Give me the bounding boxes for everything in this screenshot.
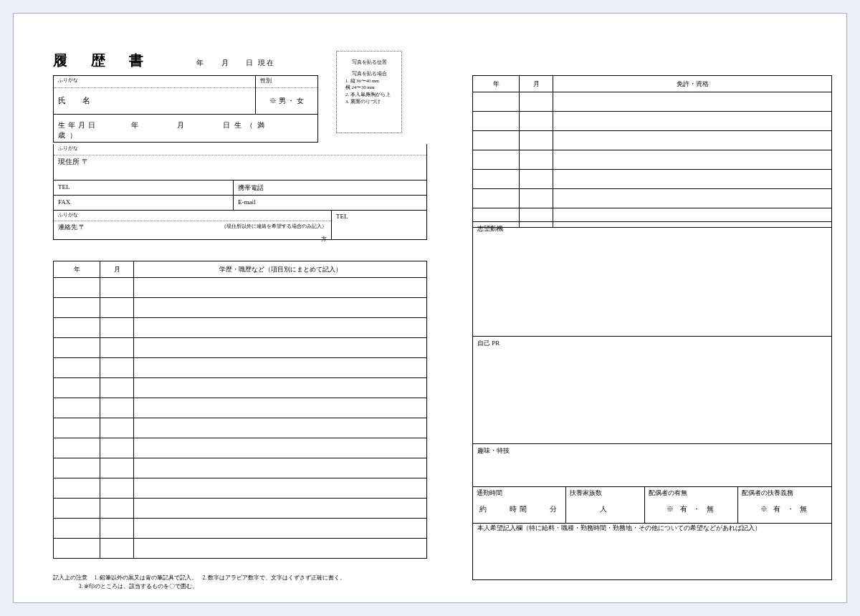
photo-text-6: 3. 裏面のりづけ — [337, 98, 401, 105]
history-row — [54, 538, 426, 558]
license-row — [473, 130, 831, 150]
sex-label: 性別 — [256, 76, 317, 88]
photo-text-2: 写真を貼る場合 — [337, 70, 401, 77]
spouse-dep-label: 配偶者の扶養義務 — [738, 487, 831, 500]
commute-label: 通勤時間 — [473, 487, 565, 500]
photo-text-4: 横 24〜30 mm — [337, 84, 401, 91]
sex-value: ※ 男 ・ 女 — [256, 88, 317, 114]
spouse-dep-value: ※ 有 ・ 無 — [738, 500, 831, 514]
history-row — [54, 458, 426, 478]
tel-label: TEL — [54, 181, 234, 195]
notes-3: 3. ※印のところは、該当するものを〇で囲む。 — [79, 583, 199, 589]
name-label: 氏 名 — [54, 88, 255, 114]
motive-box: 志望動機 — [472, 221, 832, 337]
document-title: 履 歴 書 — [53, 51, 153, 70]
motive-label: 志望動機 — [473, 222, 831, 236]
history-row — [54, 317, 426, 337]
hobby-label: 趣味・特技 — [473, 444, 831, 458]
contact-label: 連絡先 〒 — [58, 223, 85, 231]
history-row — [54, 297, 426, 317]
resume-sheet: 履 歴 書 年 月 日 現在 写真を貼る位置 写真を貼る場合 1. 縦 36〜4… — [13, 13, 847, 603]
history-row — [54, 377, 426, 398]
lic-year-header: 年 — [473, 76, 520, 92]
email-label: E-mail — [234, 196, 426, 210]
wish-box: 本人希望記入欄（特に給料・職種・勤務時間・勤務地・その他についての希望などがあれ… — [472, 522, 832, 580]
spouse-value: ※ 有 ・ 無 — [645, 500, 737, 514]
dependents-label: 扶養家族数 — [566, 487, 644, 500]
photo-text-3: 1. 縦 36〜40 mm — [337, 77, 401, 85]
personal-info-block: ふりがな 氏 名 性別 ※ 男 ・ 女 生年月日 年 月 日生（満 歳） — [53, 75, 318, 143]
fill-instructions: 記入上の注意 1. 鉛筆以外の黒又は青の筆記具で記入。 2. 数字はアラビア数字… — [53, 574, 345, 591]
date-month-label: 月 — [221, 59, 230, 67]
dependents-value: 人 — [566, 500, 644, 514]
history-row — [54, 438, 426, 458]
lic-desc-header: 免許・資格 — [553, 76, 831, 92]
dob-label: 生年月日 — [58, 121, 98, 129]
licenses-table: 年 月 免許・資格 — [472, 75, 832, 228]
photo-text-5: 2. 本人単身胸から上 — [337, 91, 401, 98]
dob-row: 生年月日 年 月 日生（満 歳） — [54, 114, 317, 142]
history-row — [54, 518, 426, 538]
address-furigana-label: ふりがな — [54, 144, 426, 155]
contact-tel-label: TEL — [332, 211, 426, 239]
contact-furigana-label: ふりがな — [54, 211, 331, 221]
notes-1: 1. 鉛筆以外の黒又は青の筆記具で記入。 — [94, 574, 197, 581]
notes-2: 2. 数字はアラビア数字で、文字はくずさず正確に書く。 — [202, 574, 345, 581]
license-row — [473, 188, 831, 208]
wish-label: 本人希望記入欄（特に給料・職種・勤務時間・勤務地・その他についての希望などがあれ… — [473, 522, 831, 535]
commute-value: 約 時間 分 — [473, 500, 565, 514]
date-year-label: 年 — [196, 59, 205, 67]
page-right: 年 月 免許・資格 志望動機 自己 PR 趣味・特技 通勤時間 約 時間 分 — [472, 28, 831, 588]
history-year-header: 年 — [54, 261, 100, 277]
address-label: 現住所 〒 — [54, 155, 426, 180]
notes-lead: 記入上の注意 — [53, 574, 87, 581]
hobby-box: 趣味・特技 — [472, 443, 832, 487]
address-block: ふりがな 現住所 〒 TEL 携帯電話 FAX E-mail ふりがな 連絡先 … — [53, 144, 427, 240]
photo-placeholder: 写真を貼る位置 写真を貼る場合 1. 縦 36〜40 mm 横 24〜30 mm… — [336, 51, 402, 133]
selfpr-label: 自己 PR — [473, 337, 831, 350]
as-of-date: 年 月 日 現在 — [196, 58, 275, 68]
lic-month-header: 月 — [520, 76, 553, 92]
license-row — [473, 150, 831, 169]
conditions-row: 通勤時間 約 時間 分 扶養家族数 人 配偶者の有無 ※ 有 ・ 無 配偶者の扶… — [472, 486, 832, 524]
selfpr-box: 自己 PR — [472, 336, 832, 444]
history-row — [54, 418, 426, 438]
license-row — [473, 111, 831, 130]
spouse-label: 配偶者の有無 — [645, 487, 737, 500]
date-day-label: 日 現在 — [246, 59, 275, 67]
history-table: 年 月 学歴・職歴など（項目別にまとめて記入） — [53, 261, 427, 559]
license-row — [473, 169, 831, 188]
history-row — [54, 277, 426, 297]
history-row — [54, 357, 426, 377]
history-desc-header: 学歴・職歴など（項目別にまとめて記入） — [134, 261, 426, 277]
page-left: 履 歴 書 年 月 日 現在 写真を貼る位置 写真を貼る場合 1. 縦 36〜4… — [53, 28, 426, 588]
history-row — [54, 498, 426, 518]
contact-note: （現住所以外に連絡を希望する場合のみ記入） — [221, 223, 327, 230]
photo-text-1: 写真を貼る位置 — [337, 59, 401, 66]
history-row — [54, 478, 426, 498]
name-furigana-label: ふりがな — [54, 76, 255, 88]
fax-label: FAX — [54, 196, 234, 210]
history-row — [54, 337, 426, 357]
history-row — [54, 398, 426, 418]
license-row — [473, 92, 831, 111]
history-month-header: 月 — [100, 261, 134, 277]
mobile-label: 携帯電話 — [234, 181, 426, 195]
contact-kata: 方 — [321, 235, 327, 243]
viewport: 履 歴 書 年 月 日 現在 写真を貼る位置 写真を貼る場合 1. 縦 36〜4… — [0, 0, 860, 616]
